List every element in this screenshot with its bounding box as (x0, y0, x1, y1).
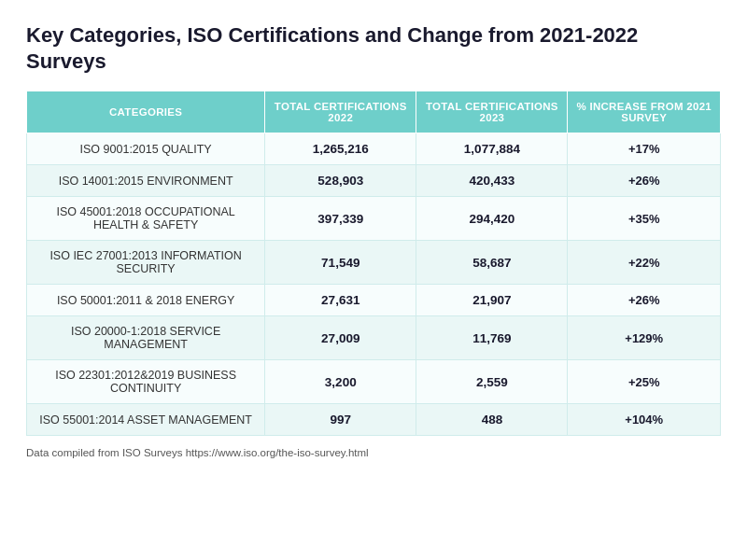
cell-category: ISO 14001:2015 ENVIRONMENT (27, 165, 265, 197)
cell-category: ISO 22301:2012&2019 BUSINESS CONTINUITY (27, 360, 265, 404)
cell-cert2022: 27,631 (265, 285, 416, 316)
cell-cert2023: 11,769 (416, 316, 568, 360)
cell-category: ISO 9001:2015 QUALITY (27, 133, 265, 165)
table-row: ISO 14001:2015 ENVIRONMENT528,903420,433… (27, 165, 721, 197)
cell-category: ISO 45001:2018 OCCUPATIONAL HEALTH & SAF… (27, 197, 265, 241)
table-row: ISO 22301:2012&2019 BUSINESS CONTINUITY3… (27, 360, 721, 404)
cell-category: ISO IEC 27001:2013 INFORMATION SECURITY (27, 241, 265, 285)
cell-category: ISO 20000-1:2018 SERVICE MANAGEMENT (27, 316, 265, 360)
table-row: ISO 9001:2015 QUALITY1,265,2161,077,884+… (27, 133, 721, 165)
cell-increase: +22% (568, 241, 721, 285)
table-row: ISO 20000-1:2018 SERVICE MANAGEMENT27,00… (27, 316, 721, 360)
cell-cert2023: 420,433 (416, 165, 568, 197)
cell-cert2022: 3,200 (265, 360, 416, 404)
col-header-cert2022: Total Certifications 2022 (265, 91, 416, 133)
cell-increase: +17% (568, 133, 721, 165)
footer-note: Data compiled from ISO Surveys https://w… (26, 447, 721, 458)
col-header-categories: Categories (27, 91, 265, 133)
cell-cert2022: 997 (265, 404, 416, 436)
table-row: ISO 45001:2018 OCCUPATIONAL HEALTH & SAF… (27, 197, 721, 241)
cell-category: ISO 55001:2014 ASSET MANAGEMENT (27, 404, 265, 436)
cell-increase: +26% (568, 285, 721, 316)
cell-cert2022: 1,265,216 (265, 133, 416, 165)
certifications-table: Categories Total Certifications 2022 Tot… (26, 91, 721, 436)
table-row: ISO IEC 27001:2013 INFORMATION SECURITY7… (27, 241, 721, 285)
table-row: ISO 55001:2014 ASSET MANAGEMENT997488+10… (27, 404, 721, 436)
cell-increase: +25% (568, 360, 721, 404)
cell-cert2022: 528,903 (265, 165, 416, 197)
cell-cert2022: 27,009 (265, 316, 416, 360)
cell-increase: +26% (568, 165, 721, 197)
page-title: Key Categories, ISO Certifications and C… (26, 22, 721, 74)
cell-cert2022: 71,549 (265, 241, 416, 285)
cell-cert2023: 1,077,884 (416, 133, 568, 165)
cell-cert2022: 397,339 (265, 197, 416, 241)
cell-increase: +104% (568, 404, 721, 436)
col-header-cert2023: Total Certifications 2023 (416, 91, 568, 133)
col-header-increase: % Increase from 2021 Survey (568, 91, 721, 133)
cell-increase: +129% (568, 316, 721, 360)
cell-increase: +35% (568, 197, 721, 241)
table-row: ISO 50001:2011 & 2018 ENERGY27,63121,907… (27, 285, 721, 316)
cell-cert2023: 21,907 (416, 285, 568, 316)
cell-category: ISO 50001:2011 & 2018 ENERGY (27, 285, 265, 316)
cell-cert2023: 294,420 (416, 197, 568, 241)
cell-cert2023: 2,559 (416, 360, 568, 404)
cell-cert2023: 488 (416, 404, 568, 436)
cell-cert2023: 58,687 (416, 241, 568, 285)
